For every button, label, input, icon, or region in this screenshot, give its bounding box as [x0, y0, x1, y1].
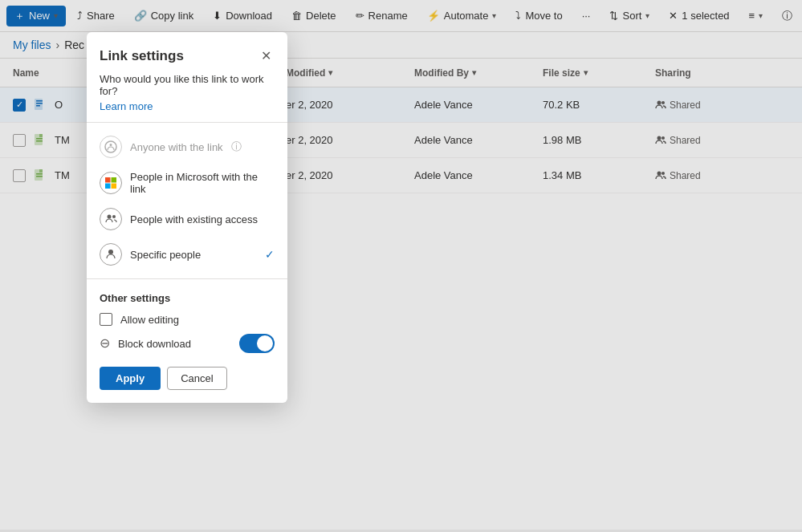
link-option-anyone[interactable]: Anyone with the link ⓘ — [87, 129, 287, 164]
existing-access-icon — [100, 208, 122, 230]
option-label: People with existing access — [130, 213, 258, 225]
specific-people-icon — [100, 243, 122, 266]
link-option-specific[interactable]: Specific people ✓ — [87, 237, 287, 272]
info-icon: ⓘ — [231, 140, 242, 154]
block-download-row: ⊖ Block download — [87, 330, 287, 357]
allow-editing-row: Allow editing — [87, 309, 287, 330]
link-option-microsoft[interactable]: People in Microsoft with the link — [87, 164, 287, 201]
modal-close-button[interactable]: ✕ — [258, 45, 275, 67]
modal-title: Link settings — [100, 48, 184, 64]
option-label: Anyone with the link — [130, 141, 223, 153]
block-download-toggle[interactable] — [239, 334, 275, 353]
block-download-label: Block download — [118, 338, 191, 350]
option-label: People in Microsoft with the link — [130, 171, 275, 195]
svg-point-25 — [108, 250, 113, 254]
option-label: Specific people — [130, 249, 201, 261]
selected-checkmark-icon: ✓ — [265, 248, 275, 261]
anyone-icon — [100, 136, 122, 158]
apply-button[interactable]: Apply — [100, 367, 161, 390]
allow-editing-label: Allow editing — [120, 314, 179, 326]
other-settings-label: Other settings — [87, 286, 287, 309]
modal-header: Link settings ✕ — [87, 32, 287, 73]
svg-rect-22 — [112, 184, 117, 189]
modal-footer: Apply Cancel — [87, 357, 287, 390]
modal-divider — [87, 122, 287, 123]
svg-rect-20 — [112, 177, 117, 183]
link-option-existing[interactable]: People with existing access — [87, 201, 287, 237]
other-settings-divider — [87, 278, 287, 279]
toggle-knob — [257, 335, 273, 351]
block-download-icon: ⊖ — [100, 337, 110, 350]
svg-point-23 — [108, 215, 112, 219]
modal-subtitle: Who would you like this link to work for… — [87, 73, 287, 100]
allow-editing-checkbox[interactable] — [100, 313, 112, 326]
cancel-button[interactable]: Cancel — [167, 367, 226, 390]
svg-point-24 — [112, 215, 116, 218]
svg-rect-19 — [105, 177, 111, 183]
learn-more-link[interactable]: Learn more — [87, 100, 287, 122]
microsoft-icon — [100, 172, 122, 194]
link-settings-modal: Link settings ✕ Who would you like this … — [87, 32, 287, 403]
svg-rect-21 — [105, 184, 111, 189]
